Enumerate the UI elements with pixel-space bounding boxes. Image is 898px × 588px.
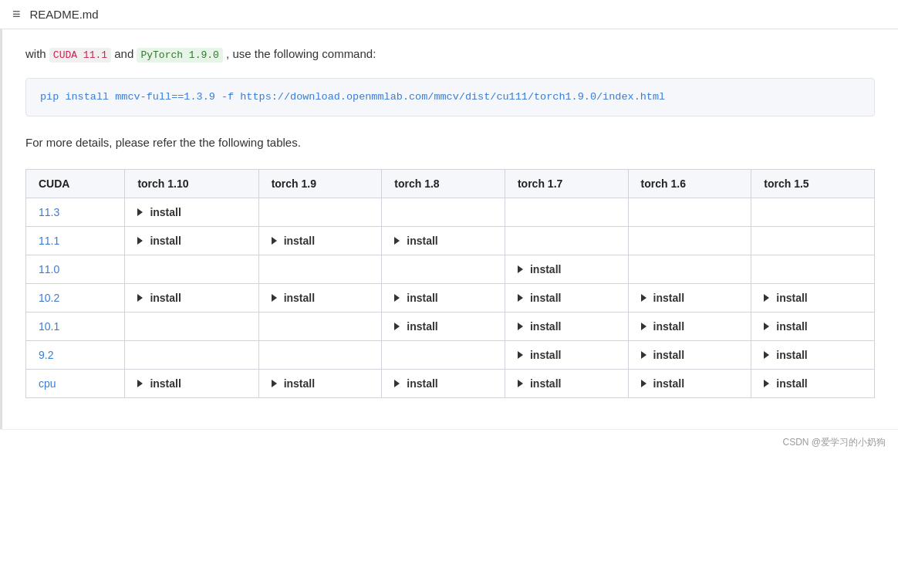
hamburger-icon[interactable]: ≡ [12,6,21,22]
install-label: install [653,377,684,390]
install-cell: install [382,370,505,398]
install-link[interactable]: install [137,235,181,247]
install-arrow-icon [394,323,400,330]
table-row: 9.2installinstallinstall [26,341,875,370]
table-header: torch 1.6 [628,170,751,198]
install-cell [751,198,875,227]
install-link[interactable]: install [137,377,181,390]
install-cell: install [751,313,875,341]
install-label: install [776,349,807,361]
install-cell [125,255,258,284]
install-link[interactable]: install [137,206,181,218]
install-cell: install [125,227,258,255]
install-link[interactable]: install [518,320,561,333]
install-cell [258,313,382,341]
install-arrow-icon [394,380,400,387]
install-arrow-icon [518,323,523,330]
install-label: install [284,235,315,247]
install-link[interactable]: install [764,320,807,333]
intro-prefix: with [25,47,46,60]
install-label: install [284,377,315,390]
code-block: pip install mmcv-full==1.3.9 -f https://… [25,78,875,117]
table-header: torch 1.7 [505,170,628,198]
install-link[interactable]: install [394,235,437,247]
install-cell: install [258,370,382,398]
install-arrow-icon [137,208,143,216]
install-link[interactable]: install [272,377,315,390]
install-link[interactable]: install [394,292,437,304]
install-cell [628,227,751,255]
content-area: with CUDA 11.1 and PyTorch 1.9.0 , use t… [0,29,898,429]
install-arrow-icon [641,351,646,359]
install-cell: install [628,341,751,370]
install-link[interactable]: install [137,292,181,304]
install-cell [258,255,382,284]
table-header: CUDA [26,170,125,198]
table-header: torch 1.9 [258,170,382,198]
install-link[interactable]: install [518,349,561,361]
install-label: install [150,292,181,304]
install-link[interactable]: install [394,320,437,333]
table-header-row: CUDAtorch 1.10torch 1.9torch 1.8torch 1.… [26,170,875,198]
install-link[interactable]: install [641,377,684,390]
install-cell [125,341,258,370]
install-cell: install [751,284,875,313]
install-label: install [776,377,807,390]
install-cell: install [382,313,505,341]
install-cell: install [751,341,875,370]
table-header: torch 1.5 [751,170,875,198]
install-label: install [150,235,181,247]
cuda-version-cell: 10.2 [39,292,59,304]
install-link[interactable]: install [641,320,684,333]
table-row: 11.1installinstallinstall [26,227,875,255]
install-cell: install [505,341,628,370]
install-arrow-icon [641,380,646,387]
table-header: torch 1.10 [125,170,258,198]
install-link[interactable]: install [764,377,807,390]
install-link[interactable]: install [272,292,315,304]
install-link[interactable]: install [764,349,807,361]
install-cell [505,198,628,227]
install-arrow-icon [764,380,769,387]
install-arrow-icon [272,380,277,387]
install-cell: install [125,198,258,227]
install-label: install [653,349,684,361]
page-wrapper: ≡ README.md with CUDA 11.1 and PyTorch 1… [0,0,898,455]
install-arrow-icon [272,294,277,302]
install-label: install [150,206,181,218]
install-label: install [530,349,561,361]
install-link[interactable]: install [518,377,561,390]
install-label: install [407,320,437,333]
install-label: install [407,292,437,304]
install-arrow-icon [518,265,523,273]
cuda-version-cell: 11.3 [39,206,59,218]
install-cell: install [628,313,751,341]
install-link[interactable]: install [394,377,437,390]
install-arrow-icon [518,351,523,359]
install-link[interactable]: install [641,292,684,304]
intro-paragraph: with CUDA 11.1 and PyTorch 1.9.0 , use t… [25,45,875,64]
install-label: install [530,263,561,275]
install-arrow-icon [137,380,143,387]
table-row: cpuinstallinstallinstallinstallinstallin… [26,370,875,398]
install-arrow-icon [394,294,400,302]
install-arrow-icon [641,294,646,302]
install-cell: install [125,284,258,313]
install-arrow-icon [137,237,143,245]
file-name: README.md [30,8,99,21]
top-bar: ≡ README.md [0,0,898,29]
install-label: install [776,292,807,304]
install-cell: install [382,284,505,313]
install-arrow-icon [764,294,769,302]
install-label: install [530,377,561,390]
install-label: install [530,292,561,304]
install-link[interactable]: install [641,349,684,361]
table-row: 10.2installinstallinstallinstallinstalli… [26,284,875,313]
install-label: install [653,320,684,333]
install-link[interactable]: install [272,235,315,247]
install-cell: install [258,284,382,313]
install-link[interactable]: install [518,292,561,304]
install-link[interactable]: install [518,263,561,275]
install-cell [258,341,382,370]
install-link[interactable]: install [764,292,807,304]
